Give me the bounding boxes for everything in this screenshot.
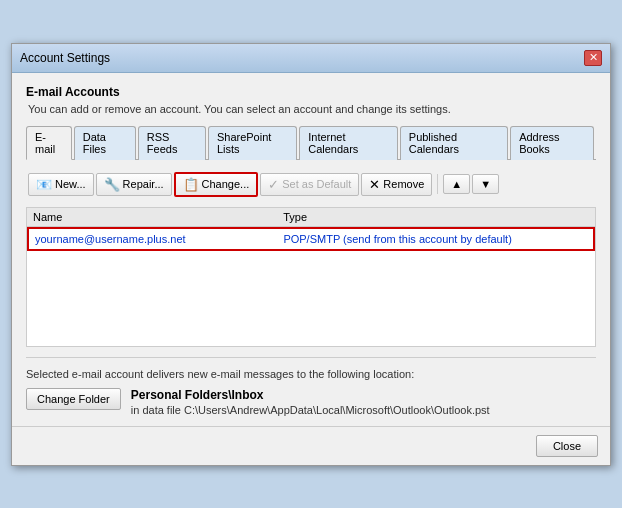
tab-internet-calendars[interactable]: Internet Calendars <box>299 126 398 160</box>
up-icon: ▲ <box>451 178 462 190</box>
change-folder-button[interactable]: Change Folder <box>26 388 121 410</box>
tab-bar: E-mail Data Files RSS Feeds SharePoint L… <box>26 125 596 160</box>
window-title: Account Settings <box>20 51 110 65</box>
remove-label: Remove <box>383 178 424 190</box>
footer-row: Change Folder Personal Folders\Inbox in … <box>26 388 596 416</box>
toolbar: 📧 New... 🔧 Repair... 📋 Change... ✓ Set a… <box>26 168 596 201</box>
bottom-bar: Close <box>12 426 610 465</box>
table-row[interactable]: yourname@username.plus.net POP/SMTP (sen… <box>27 227 595 251</box>
change-label: Change... <box>202 178 250 190</box>
move-up-button[interactable]: ▲ <box>443 174 470 194</box>
move-down-button[interactable]: ▼ <box>472 174 499 194</box>
tab-published-calendars[interactable]: Published Calendars <box>400 126 508 160</box>
repair-label: Repair... <box>123 178 164 190</box>
account-settings-window: Account Settings ✕ E-mail Accounts You c… <box>11 43 611 466</box>
col-name-header: Name <box>33 211 283 223</box>
table-header: Name Type <box>27 208 595 227</box>
new-label: New... <box>55 178 86 190</box>
tab-data-files[interactable]: Data Files <box>74 126 136 160</box>
down-icon: ▼ <box>480 178 491 190</box>
tab-sharepoint[interactable]: SharePoint Lists <box>208 126 297 160</box>
section-title: E-mail Accounts <box>26 85 596 99</box>
tab-email[interactable]: E-mail <box>26 126 72 160</box>
account-table: Name Type yourname@username.plus.net POP… <box>26 207 596 347</box>
toolbar-divider <box>437 174 438 194</box>
folder-info: Personal Folders\Inbox in data file C:\U… <box>131 388 490 416</box>
change-button[interactable]: 📋 Change... <box>174 172 259 197</box>
footer-description: Selected e-mail account delivers new e-m… <box>26 368 596 380</box>
remove-icon: ✕ <box>369 177 380 192</box>
row-account-name: yourname@username.plus.net <box>35 233 283 245</box>
close-button[interactable]: Close <box>536 435 598 457</box>
window-close-button[interactable]: ✕ <box>584 50 602 66</box>
section-description: You can add or remove an account. You ca… <box>26 103 596 115</box>
main-content: E-mail Accounts You can add or remove an… <box>12 73 610 426</box>
folder-name: Personal Folders\Inbox <box>131 388 490 402</box>
set-default-icon: ✓ <box>268 177 279 192</box>
row-account-type: POP/SMTP (send from this account by defa… <box>283 233 587 245</box>
folder-path: in data file C:\Users\Andrew\AppData\Loc… <box>131 404 490 416</box>
new-icon: 📧 <box>36 177 52 192</box>
change-icon: 📋 <box>183 177 199 192</box>
titlebar: Account Settings ✕ <box>12 44 610 73</box>
tab-address-books[interactable]: Address Books <box>510 126 594 160</box>
new-button[interactable]: 📧 New... <box>28 173 94 196</box>
set-default-label: Set as Default <box>282 178 351 190</box>
repair-icon: 🔧 <box>104 177 120 192</box>
footer-section: Selected e-mail account delivers new e-m… <box>26 357 596 416</box>
tab-rss-feeds[interactable]: RSS Feeds <box>138 126 206 160</box>
set-default-button[interactable]: ✓ Set as Default <box>260 173 359 196</box>
table-empty-space <box>27 251 595 331</box>
repair-button[interactable]: 🔧 Repair... <box>96 173 172 196</box>
col-type-header: Type <box>283 211 589 223</box>
remove-button[interactable]: ✕ Remove <box>361 173 432 196</box>
